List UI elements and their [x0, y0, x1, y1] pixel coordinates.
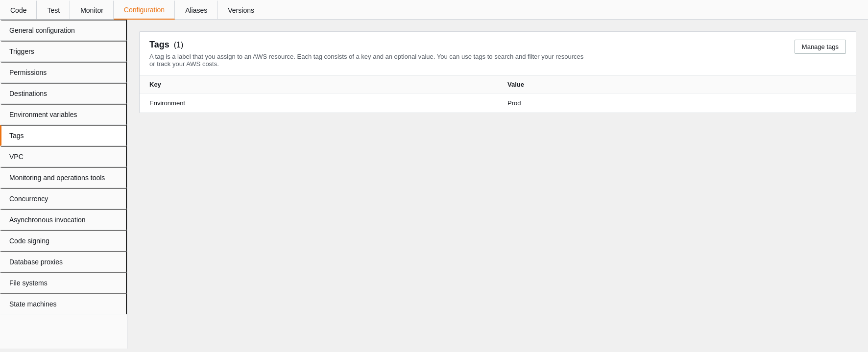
sidebar-item-code-signing[interactable]: Code signing	[0, 230, 127, 251]
tab-aliases[interactable]: Aliases	[175, 0, 217, 20]
tags-description: A tag is a label that you assign to an A…	[149, 53, 590, 68]
tab-monitor[interactable]: Monitor	[70, 0, 114, 20]
main-content: Tags (1) A tag is a label that you assig…	[127, 20, 868, 349]
tab-test[interactable]: Test	[37, 0, 70, 20]
sidebar-item-triggers[interactable]: Triggers	[0, 41, 127, 62]
table-row: EnvironmentProd	[140, 94, 856, 113]
tags-table-header-row: Key Value	[140, 76, 856, 94]
sidebar-item-environment-variables[interactable]: Environment variables	[0, 104, 127, 125]
sidebar-item-monitoring-and-operations-tools[interactable]: Monitoring and operations tools	[0, 167, 127, 188]
sidebar: General configurationTriggersPermissions…	[0, 20, 127, 349]
sidebar-item-concurrency[interactable]: Concurrency	[0, 188, 127, 209]
sidebar-item-asynchronous-invocation[interactable]: Asynchronous invocation	[0, 209, 127, 230]
sidebar-item-general-configuration[interactable]: General configuration	[0, 20, 127, 41]
sidebar-item-permissions[interactable]: Permissions	[0, 62, 127, 83]
tags-title-group: Tags (1) A tag is a label that you assig…	[149, 40, 590, 68]
tags-table-body: EnvironmentProd	[140, 94, 856, 113]
tags-title-text: Tags	[149, 40, 169, 49]
tags-count: (1)	[174, 41, 184, 49]
sidebar-item-database-proxies[interactable]: Database proxies	[0, 251, 127, 272]
col-header-key: Key	[140, 76, 498, 94]
tags-table-head: Key Value	[140, 76, 856, 94]
tab-code[interactable]: Code	[0, 0, 37, 20]
sidebar-item-state-machines[interactable]: State machines	[0, 293, 127, 314]
main-layout: General configurationTriggersPermissions…	[0, 20, 868, 349]
tag-value: Prod	[498, 94, 856, 113]
tab-versions[interactable]: Versions	[217, 0, 265, 20]
tags-table: Key Value EnvironmentProd	[140, 75, 856, 113]
tags-panel: Tags (1) A tag is a label that you assig…	[139, 31, 856, 113]
manage-tags-button[interactable]: Manage tags	[795, 40, 846, 54]
sidebar-item-file-systems[interactable]: File systems	[0, 272, 127, 293]
col-header-value: Value	[498, 76, 856, 94]
sidebar-item-tags[interactable]: Tags	[0, 125, 127, 146]
tags-panel-header: Tags (1) A tag is a label that you assig…	[140, 32, 856, 75]
top-tab-bar: CodeTestMonitorConfigurationAliasesVersi…	[0, 0, 868, 20]
tag-key: Environment	[140, 94, 498, 113]
sidebar-item-vpc[interactable]: VPC	[0, 146, 127, 167]
sidebar-item-destinations[interactable]: Destinations	[0, 83, 127, 104]
tab-configuration[interactable]: Configuration	[114, 0, 175, 20]
tags-title: Tags (1)	[149, 40, 590, 50]
